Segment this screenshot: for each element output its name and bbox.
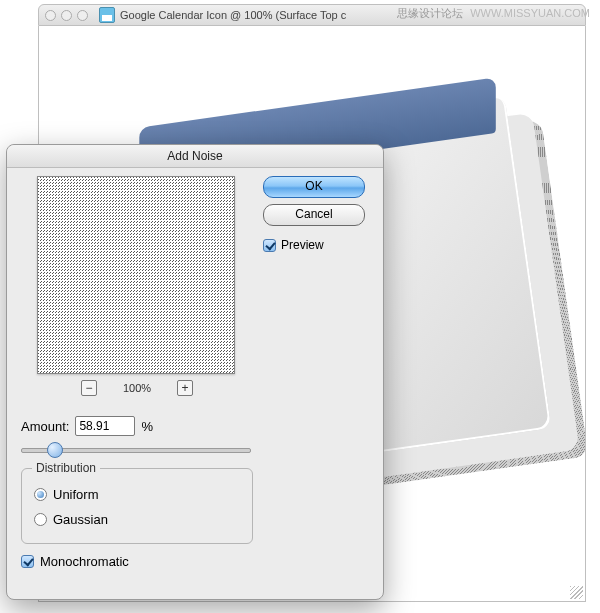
- monochromatic-toggle[interactable]: Monochromatic: [21, 554, 129, 569]
- close-icon[interactable]: [45, 10, 56, 21]
- document-icon: [99, 7, 115, 23]
- dialog-buttons: OK Cancel Preview: [255, 176, 373, 252]
- preview-label: Preview: [281, 238, 324, 252]
- radio-uniform[interactable]: [34, 488, 47, 501]
- preview-toggle[interactable]: Preview: [263, 238, 324, 252]
- radio-gaussian[interactable]: [34, 513, 47, 526]
- monochromatic-checkbox[interactable]: [21, 555, 34, 568]
- distribution-uniform[interactable]: Uniform: [34, 487, 252, 502]
- zoom-level: 100%: [123, 382, 151, 394]
- monochromatic-label: Monochromatic: [40, 554, 129, 569]
- slider-thumb[interactable]: [47, 442, 63, 458]
- document-title: Google Calendar Icon @ 100% (Surface Top…: [120, 9, 346, 21]
- gaussian-label: Gaussian: [53, 512, 108, 527]
- amount-suffix: %: [141, 419, 153, 434]
- zoom-out-button[interactable]: −: [81, 380, 97, 396]
- amount-slider[interactable]: [21, 442, 251, 456]
- noise-preview[interactable]: [37, 176, 235, 374]
- dialog-title: Add Noise: [7, 145, 383, 168]
- amount-row: Amount: %: [21, 416, 153, 436]
- ok-button[interactable]: OK: [263, 176, 365, 198]
- dialog-body: − 100% + OK Cancel Preview Amount: % Dis…: [7, 168, 383, 188]
- zoom-icon[interactable]: [77, 10, 88, 21]
- amount-label: Amount:: [21, 419, 69, 434]
- resize-handle-icon[interactable]: [570, 586, 583, 599]
- watermark: 思缘设计论坛 WWW.MISSYUAN.COM: [397, 6, 590, 21]
- add-noise-dialog: Add Noise − 100% + OK Cancel Preview Amo…: [6, 144, 384, 600]
- distribution-group: Distribution Uniform Gaussian: [21, 468, 253, 544]
- distribution-legend: Distribution: [32, 461, 100, 475]
- watermark-url: WWW.MISSYUAN.COM: [470, 7, 590, 19]
- watermark-cn: 思缘设计论坛: [397, 7, 463, 19]
- zoom-in-button[interactable]: +: [177, 380, 193, 396]
- amount-input[interactable]: [75, 416, 135, 436]
- minimize-icon[interactable]: [61, 10, 72, 21]
- zoom-controls: − 100% +: [37, 380, 237, 396]
- window-controls: [45, 10, 88, 21]
- distribution-gaussian[interactable]: Gaussian: [34, 512, 252, 527]
- preview-checkbox[interactable]: [263, 239, 276, 252]
- cancel-button[interactable]: Cancel: [263, 204, 365, 226]
- uniform-label: Uniform: [53, 487, 99, 502]
